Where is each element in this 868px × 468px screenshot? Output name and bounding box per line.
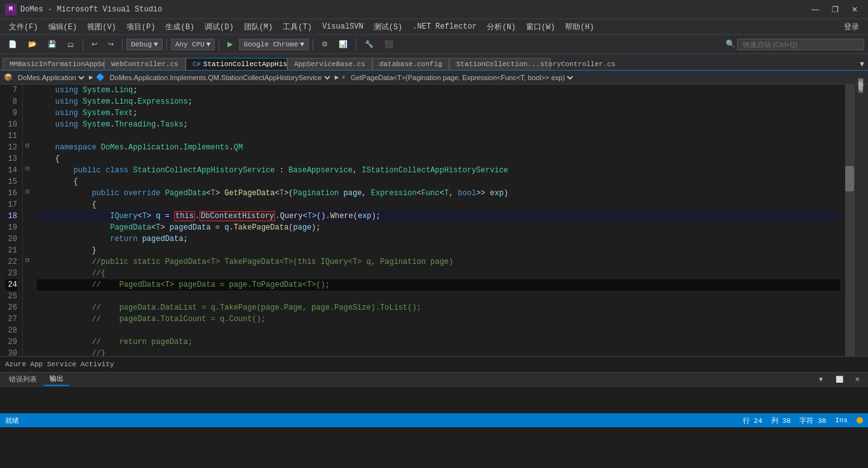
- tab-stationcollect[interactable]: C# StationCollectAppHistoryService.cs ✕: [186, 58, 287, 70]
- minimize-button[interactable]: —: [806, 4, 824, 15]
- menu-help[interactable]: 帮助(H): [560, 20, 599, 34]
- cpu-label: Any CPU: [175, 41, 205, 48]
- close-button[interactable]: ✕: [846, 4, 863, 15]
- status-col: 列 38: [771, 416, 791, 425]
- cpu-dropdown-arrow: ▼: [207, 41, 211, 48]
- tb-new[interactable]: 📄: [4, 38, 22, 50]
- menu-project[interactable]: 项目(P): [121, 20, 161, 34]
- menu-net-reflector[interactable]: .NET Reflector: [407, 21, 482, 32]
- menu-window[interactable]: 窗口(W): [521, 20, 560, 34]
- bottom-tabs: 错误列表 输出 ▼ ⬜ ✕: [0, 373, 868, 387]
- tb-sep6: [356, 39, 356, 50]
- cpu-dropdown[interactable]: Any CPU ▼: [171, 39, 215, 50]
- class-dropdown[interactable]: DoMes.Application.Implements.QM.StationC…: [107, 73, 332, 82]
- editor-wrapper: 7 8 9 10 11 12 13 14 15 16 17 18 19 20 2…: [0, 85, 868, 356]
- azure-bar: Azure App Service Activity: [0, 356, 868, 372]
- title-bar: M DoMes - Microsoft Visual Studio — ❐ ✕: [0, 0, 868, 19]
- tb-perf[interactable]: 📊: [334, 38, 352, 50]
- debug-dropdown[interactable]: Debug ▼: [126, 39, 163, 50]
- namespace-dropdown[interactable]: DoMes.Application: [15, 73, 86, 82]
- location-bar: 📦 DoMes.Application ▶ 🔷 DoMes.Applicatio…: [0, 71, 868, 85]
- tab-bar: MMBasicInformationAppService.cs WebContr…: [0, 54, 868, 71]
- menu-tools[interactable]: 工具(T): [278, 20, 317, 34]
- start-button[interactable]: ▶: [223, 38, 237, 50]
- collapse-gutter: ⊟ ⊟ ⊟ ⊟: [23, 85, 32, 356]
- browser-dropdown[interactable]: Google Chrome ▼: [239, 39, 308, 50]
- tb-attach[interactable]: ⚙: [317, 38, 332, 50]
- code-line-12: namespace DoMes.Application.Implements.Q…: [37, 142, 840, 153]
- bottom-panel: 错误列表 输出 ▼ ⬜ ✕: [0, 372, 868, 413]
- menu-test[interactable]: 测试(S): [369, 20, 408, 34]
- code-line-13: {: [37, 153, 840, 165]
- bottom-tab-errors[interactable]: 错误列表: [4, 373, 42, 385]
- line-numbers: 7 8 9 10 11 12 13 14 15 16 17 18 19 20 2…: [0, 85, 23, 356]
- browser-dropdown-arrow: ▼: [300, 41, 304, 48]
- quick-launch-input[interactable]: [737, 39, 864, 50]
- code-line-8: using System.Linq.Expressions;: [37, 96, 840, 107]
- menu-file[interactable]: 文件(F): [4, 20, 43, 34]
- menu-analyze[interactable]: 分析(N): [482, 20, 521, 34]
- tb-misc2[interactable]: ⬛: [380, 38, 398, 50]
- code-line-7: using System.Linq;: [37, 85, 840, 96]
- bottom-panel-hide[interactable]: ▼: [813, 374, 829, 385]
- code-editor[interactable]: using System.Linq; using System.Linq.Exp…: [32, 85, 845, 356]
- bottom-tab-output[interactable]: 输出: [44, 373, 69, 386]
- tab-stationcontroller[interactable]: StationCollection...storyController.cs: [449, 58, 551, 70]
- menu-debug[interactable]: 调试(D): [200, 20, 239, 34]
- tab-label: AppServiceBase.cs: [294, 60, 365, 68]
- editor-scrollbar[interactable]: [845, 85, 854, 356]
- tab-database[interactable]: database.config: [372, 58, 449, 70]
- code-line-27: // pageData.TotalCount = q.Count();: [37, 313, 840, 325]
- tab-list-arrow[interactable]: ▾: [858, 57, 865, 70]
- code-line-11: [37, 130, 840, 142]
- status-bar: 就绪 行 24 列 38 字符 38 Ins: [0, 413, 868, 427]
- code-line-16: public override PagedData<T> GetPageData…: [37, 188, 840, 199]
- status-right: 行 24 列 38 字符 38 Ins: [743, 416, 863, 425]
- tab-mmbasic[interactable]: MMBasicInformationAppService.cs: [3, 58, 104, 70]
- tb-undo[interactable]: ↩: [87, 38, 102, 50]
- tb-saveall[interactable]: 🗂: [63, 39, 79, 50]
- bottom-panel-float[interactable]: ⬜: [831, 374, 848, 385]
- tb-sep4: [219, 39, 219, 50]
- tab-label: database.config: [379, 60, 442, 68]
- menu-build[interactable]: 生成(B): [160, 20, 200, 34]
- bottom-content: [0, 387, 868, 412]
- scrollbar-thumb[interactable]: [845, 166, 854, 191]
- collapse-btn-12[interactable]: ⊟: [23, 142, 32, 153]
- bottom-panel-close[interactable]: ✕: [850, 374, 864, 385]
- collapse-btn-16[interactable]: ⊟: [23, 188, 32, 199]
- status-ins: Ins: [835, 416, 848, 424]
- vs-icon: M: [5, 4, 17, 15]
- tab-appservicebase[interactable]: AppServiceBase.cs: [287, 58, 372, 70]
- sidebar-icon-1[interactable]: 服务器资源管理器: [857, 87, 865, 97]
- menu-team[interactable]: 团队(M): [239, 20, 278, 34]
- code-line-19: PagedData<T> pagedData = q.TakePageData(…: [37, 222, 840, 233]
- menu-login[interactable]: 登录: [839, 20, 864, 34]
- menu-visualsvn[interactable]: VisualSVN: [317, 21, 369, 32]
- code-line-28: [37, 325, 840, 336]
- collapse-btn-14[interactable]: ⊟: [23, 165, 32, 176]
- code-line-17: {: [37, 199, 840, 210]
- code-line-10: using System.Threading.Tasks;: [37, 119, 840, 130]
- loc-icon3: ⚡: [341, 73, 346, 81]
- code-line-23: //{: [37, 268, 840, 279]
- code-line-18: IQuery<T> q = this.DbContextHistory.Quer…: [37, 210, 840, 222]
- tb-open[interactable]: 📂: [24, 38, 41, 50]
- method-dropdown[interactable]: GetPageData<T>(Pagination page, Expressi…: [348, 73, 575, 82]
- tb-sep2: [122, 39, 123, 50]
- status-indicator: [857, 417, 863, 423]
- debug-mode-label: Debug: [131, 41, 152, 48]
- tb-sep1: [83, 39, 83, 50]
- tb-sep5: [313, 39, 313, 50]
- restore-button[interactable]: ❐: [827, 4, 844, 15]
- tb-save[interactable]: 💾: [43, 38, 61, 50]
- tab-webcontroller[interactable]: WebController.cs: [104, 58, 186, 70]
- tb-redo[interactable]: ↪: [104, 38, 118, 50]
- status-line: 行 24: [743, 416, 763, 425]
- menu-edit[interactable]: 编辑(E): [43, 20, 83, 34]
- collapse-btn-22[interactable]: ⊟: [23, 256, 32, 268]
- code-line-15: {: [37, 176, 840, 188]
- menu-view[interactable]: 视图(V): [82, 20, 121, 34]
- code-line-14: public class StationCollectAppHistorySer…: [37, 165, 840, 176]
- tb-misc1[interactable]: 🔧: [360, 38, 378, 50]
